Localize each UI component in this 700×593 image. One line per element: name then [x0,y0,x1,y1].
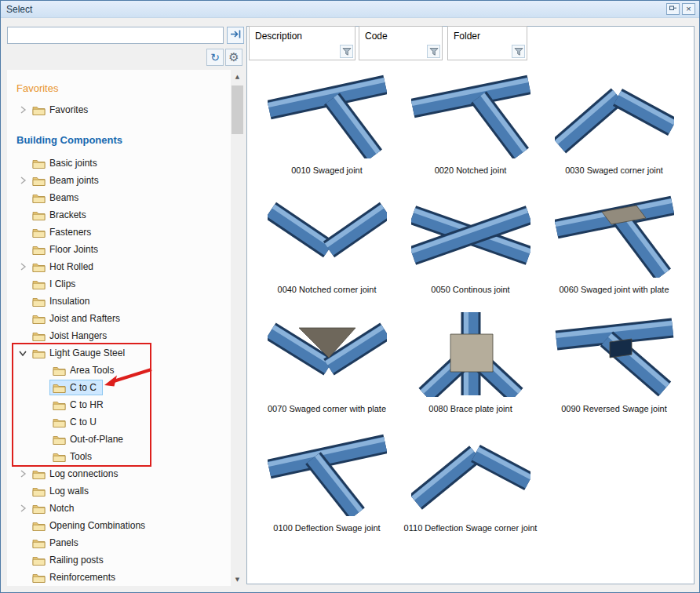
titlebar[interactable]: Select × [1,1,699,18]
tree-item-railing-posts[interactable]: Railing posts [7,551,231,569]
tree-item-body[interactable]: Floor Joints [29,242,104,257]
tree-scrollbar[interactable]: ▲ ▼ [231,70,244,586]
component-label: 0040 Notched corner joint [278,285,377,294]
tree-item-brackets[interactable]: Brackets [7,206,231,224]
tree-item-body[interactable]: Panels [29,535,85,551]
component-item-0010-swaged-joint[interactable]: 0010 Swaged joint [255,71,399,190]
tree-item-body[interactable]: Beam joints [29,173,105,188]
pin-button[interactable] [666,3,680,15]
tree-item-body[interactable]: Log walls [29,483,95,499]
component-item-0110-deflection-swage-corner-joint[interactable]: 0110 Deflection Swage corner joint [399,428,542,548]
tree-item-body[interactable]: Hot Rolled [29,259,100,275]
tree-item-body[interactable]: Brackets [29,207,93,223]
component-item-0060-swaged-joint-with-plate[interactable]: 0060 Swaged joint with plate [542,190,686,309]
tree-item-body[interactable]: Tools [49,449,98,464]
scrollbar-thumb[interactable] [232,85,243,134]
tree-item-body[interactable]: Beams [29,190,85,206]
tree-item-favorites[interactable]: Favorites [7,101,231,118]
chevron-spacer [37,450,49,463]
tree-item-joist-hangers[interactable]: Joist Hangers [7,327,231,344]
chevron-right-icon[interactable] [16,502,29,515]
chevron-right-icon[interactable] [16,467,29,480]
chevron-right-icon[interactable] [16,174,29,187]
tree-item-basic-joints[interactable]: Basic joints [7,155,231,172]
refresh-button[interactable]: ↻ [206,49,224,66]
tree-item-log-connections[interactable]: Log connections [7,465,231,482]
folder-icon [32,245,46,255]
chevron-spacer [16,243,29,256]
component-item-0030-swaged-corner-joint[interactable]: 0030 Swaged corner joint [542,71,686,190]
component-item-0050-continous-joint[interactable]: 0050 Continous joint [399,190,542,309]
tree-item-area-tools[interactable]: Area Tools [7,362,231,379]
tree-item-body[interactable]: Joist Hangers [29,328,113,344]
tree-item-beam-joints[interactable]: Beam joints [7,172,231,189]
tree-item-body[interactable]: Reinforcements [29,569,122,585]
tree-item-tools[interactable]: Tools [7,448,231,465]
chevron-right-icon[interactable] [16,104,29,116]
chevron-spacer [16,537,29,549]
tree-item-opening-combinations[interactable]: Opening Combinations [7,517,231,534]
component-item-0080-brace-plate-joint[interactable]: 0080 Brace plate joint [399,309,542,428]
column-header-code[interactable]: Code [359,26,443,60]
tree-item-body[interactable]: Basic joints [29,155,104,171]
tree-item-c-to-hr[interactable]: C to HR [7,396,231,413]
tree-item-reinforcements[interactable]: Reinforcements [7,569,231,586]
folder-icon [32,279,46,289]
tree-item-body[interactable]: Insulation [29,293,96,309]
component-item-0020-notched-joint[interactable]: 0020 Notched joint [399,71,542,190]
tree-item-out-of-plane[interactable]: Out-of-Plane [7,431,231,448]
tree-item-body[interactable]: I Clips [29,276,82,292]
scroll-down-icon[interactable]: ▼ [231,573,244,586]
tree-item-body[interactable]: Notch [29,500,80,516]
component-list-panel: DescriptionCodeFolder 0010 Swaged joint0… [246,26,695,584]
tree-item-panels[interactable]: Panels [7,534,231,551]
search-go-button[interactable] [227,27,244,44]
tree-item-joist-and-rafters[interactable]: Joist and Rafters [7,310,231,327]
tree-item-light-gauge-steel[interactable]: Light Gauge Steel [7,344,231,362]
tree-item-body[interactable]: C to HR [49,397,110,413]
filter-icon[interactable] [512,45,525,58]
tree-item-body[interactable]: Light Gauge Steel [29,345,131,361]
filter-icon[interactable] [340,45,353,58]
tree-item-body[interactable]: Joist and Rafters [29,311,126,326]
tree-item-beams[interactable]: Beams [7,189,231,206]
tree-item-body[interactable]: Log connections [29,466,124,482]
tree-item-body[interactable]: Opening Combinations [29,518,151,533]
tree-item-log-walls[interactable]: Log walls [7,482,231,500]
tree-item-body[interactable]: C to C [49,380,103,395]
component-item-0090-reversed-swage-joint[interactable]: 0090 Reversed Swage joint [542,309,686,428]
tree-item-label: Notch [49,503,74,514]
tree-item-floor-joints[interactable]: Floor Joints [7,241,231,258]
component-item-0070-swaged-corner-with-plate[interactable]: 0070 Swaged corner with plate [255,309,399,428]
column-header-folder[interactable]: Folder [447,26,527,60]
tree-item-body[interactable]: Favorites [29,102,94,118]
filter-icon[interactable] [427,45,440,58]
component-item-0100-deflection-swage-joint[interactable]: 0100 Deflection Swage joint [255,428,399,548]
tree-item-notch[interactable]: Notch [7,500,231,517]
tree-item-body[interactable]: Out-of-Plane [49,431,129,447]
chevron-right-icon[interactable] [16,260,29,273]
close-button[interactable]: × [682,3,695,15]
component-label: 0030 Swaged corner joint [565,166,663,175]
search-input[interactable] [7,27,224,44]
component-item-0040-notched-corner-joint[interactable]: 0040 Notched corner joint [255,190,399,309]
tree-item-body[interactable]: C to U [49,414,103,430]
column-header-description[interactable]: Description [249,26,355,60]
tree-item-fasteners[interactable]: Fasteners [7,224,231,241]
tree-item-c-to-c[interactable]: C to C [7,379,231,396]
tree-item-insulation[interactable]: Insulation [7,293,231,310]
component-label: 0020 Notched joint [435,166,507,175]
tree-item-body[interactable]: Fasteners [29,224,97,240]
settings-button[interactable]: ⚙ [225,49,242,66]
tree-item-c-to-u[interactable]: C to U [7,413,231,431]
refresh-icon: ↻ [210,51,220,64]
tree-item-i-clips[interactable]: I Clips [7,275,231,293]
tree-item-hot-rolled[interactable]: Hot Rolled [7,258,231,275]
scroll-up-icon[interactable]: ▲ [231,70,244,83]
component-grid: 0010 Swaged joint0020 Notched joint0030 … [255,71,687,548]
chevron-down-icon[interactable] [16,347,29,359]
tree-item-body[interactable]: Area Tools [49,362,120,378]
component-thumbnail-v-corner-plate [268,312,387,400]
tree-item-body[interactable]: Railing posts [29,552,110,568]
tree-item-label: Opening Combinations [49,520,145,531]
